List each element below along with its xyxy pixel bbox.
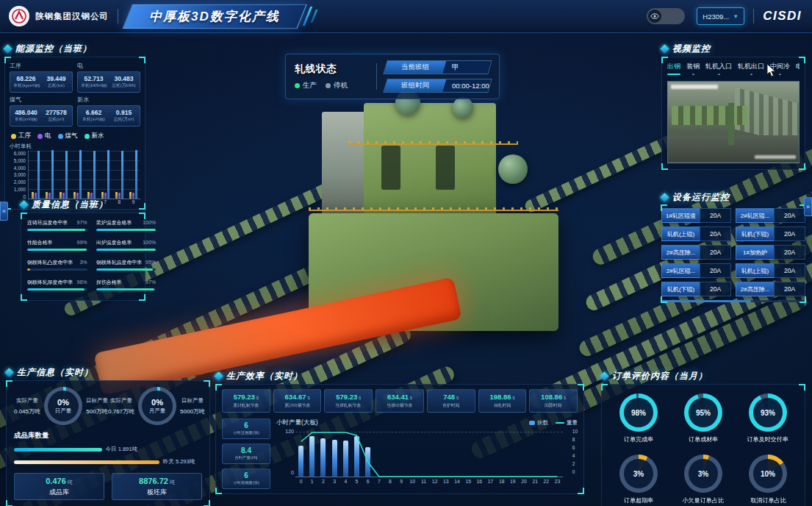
video-tab-4[interactable]: 轧机出口 bbox=[738, 62, 764, 75]
bar bbox=[118, 193, 121, 199]
legend-dot-icon bbox=[58, 134, 63, 139]
energy-metric: 0.915总耗(万m³) bbox=[109, 109, 138, 123]
equipment-cell: 轧机(下辊)20A bbox=[661, 282, 731, 296]
brand-logo: CISDI bbox=[763, 9, 802, 24]
right-tick-label: 0 bbox=[572, 469, 578, 474]
quality-item-label: 装炉温度合格率 bbox=[96, 219, 132, 226]
x-tick-label: 7 bbox=[373, 479, 384, 484]
video-feed[interactable] bbox=[667, 81, 800, 163]
efficiency-card: 108.86 s间隙时间 bbox=[529, 389, 578, 413]
chart-legend-item[interactable]: 块数 bbox=[529, 419, 548, 427]
order-gauge-value: 95% bbox=[689, 398, 718, 427]
equipment-name: 2#轧区辊... bbox=[736, 208, 774, 223]
actual-label: 实际产量 bbox=[108, 397, 134, 405]
collapse-left-handle[interactable]: « bbox=[0, 202, 8, 221]
corner-bracket bbox=[800, 296, 806, 303]
panel-diamond-icon bbox=[19, 200, 29, 210]
actual-output: 实际产量0.045万吨 bbox=[14, 397, 40, 416]
quality-progress-track bbox=[27, 288, 87, 291]
video-tab-2[interactable]: 装钢 bbox=[686, 62, 700, 75]
chart-legend-item[interactable]: 重量 bbox=[556, 419, 578, 427]
x-tick-label: 22 bbox=[541, 479, 552, 484]
energy-metric-card: 52.713单耗(kWh/t钢)30.483总耗(万kWh) bbox=[77, 71, 140, 93]
bar bbox=[93, 151, 96, 199]
video-camera-label-overlay bbox=[755, 155, 796, 159]
corner-bracket bbox=[204, 500, 210, 506]
equipment-cell: 轧机(下辊)20A bbox=[736, 227, 805, 241]
equipment-name: 2#高压除... bbox=[736, 282, 774, 296]
tab-indicator bbox=[796, 74, 800, 75]
chart-legend-item[interactable]: 新水 bbox=[85, 132, 104, 140]
quality-item: 连铸坯温度命中率97% bbox=[27, 219, 87, 231]
collapse-right-handle[interactable]: » bbox=[804, 197, 812, 216]
metric-value: 0.915 bbox=[109, 109, 138, 116]
corner-bracket bbox=[21, 294, 27, 301]
quality-item-value: 96% bbox=[77, 279, 87, 285]
right-tick-label: 2 bbox=[572, 461, 578, 466]
panel-diamond-icon bbox=[4, 368, 14, 377]
efficiency-value: 579.23 s bbox=[223, 393, 269, 401]
bar-group bbox=[71, 151, 85, 199]
tab-indicator bbox=[738, 74, 764, 75]
bar bbox=[132, 193, 134, 199]
legend-label: 块数 bbox=[537, 419, 548, 427]
visibility-toggle[interactable] bbox=[647, 8, 685, 24]
video-tab-6[interactable]: 电加热 bbox=[796, 62, 800, 75]
equipment-current-value: 20A bbox=[774, 282, 805, 296]
emblem-icon bbox=[12, 9, 26, 24]
corner-bracket bbox=[21, 213, 27, 219]
decorative-slash bbox=[310, 10, 317, 23]
bar bbox=[51, 150, 54, 199]
x-tick-label: 1 bbox=[306, 479, 317, 484]
equipment-cell: 1#轧区辊道20A bbox=[661, 208, 731, 223]
mill-railing bbox=[349, 141, 518, 145]
corner-bracket bbox=[6, 500, 12, 506]
chart-legend-item[interactable]: 煤气 bbox=[58, 132, 78, 140]
warehouse-unit: 吨 bbox=[68, 480, 73, 485]
x-tick-label: 4 bbox=[340, 479, 351, 484]
panel-diamond-icon bbox=[660, 44, 669, 54]
quality-panel-title: 质量信息（当班） bbox=[32, 199, 108, 211]
dashboard-root: 陕钢集团汉钢公司 中厚板3D数字化产线 H2309... ▼ CISDI 轧线状… bbox=[0, 0, 812, 506]
efficiency-value: 108.86 s bbox=[531, 393, 576, 401]
energy-metric: 6.662单耗(m³/t钢) bbox=[79, 109, 108, 123]
order-gauge: 95%订单成材率 bbox=[684, 393, 722, 444]
chart-legend-item[interactable]: 工序 bbox=[11, 132, 31, 140]
video-tab-5[interactable]: 中间冷 bbox=[770, 62, 790, 75]
quality-item-value: 97% bbox=[145, 279, 156, 285]
equipment-scrollbar-thumb[interactable] bbox=[661, 300, 751, 302]
efficiency-side-card: 6小时装钢量(块) bbox=[222, 468, 270, 489]
chart-legend-item[interactable]: 电 bbox=[37, 132, 51, 140]
stock-bars: 今日 1.891吨昨天 5.293吨 bbox=[14, 446, 202, 466]
efficiency-value: 634.67 s bbox=[275, 393, 320, 401]
bar bbox=[107, 150, 109, 199]
line-status-title: 轧线状态 bbox=[295, 63, 367, 76]
x-tick-label: 21 bbox=[530, 479, 541, 484]
equipment-cell: 轧机(上辊)20A bbox=[661, 227, 731, 241]
efficiency-card: 579.23 s当班轧制节奏 bbox=[324, 389, 373, 413]
efficiency-value: 634.41 s bbox=[377, 393, 423, 401]
legend-label: 重量 bbox=[567, 419, 578, 427]
quality-item-label: 连铸坯温度命中率 bbox=[27, 219, 68, 226]
video-tab-3[interactable]: 轧机入口 bbox=[705, 62, 732, 75]
x-tick-label: 3 bbox=[329, 479, 340, 484]
quality-item-label: 出炉温度合格率 bbox=[96, 239, 132, 246]
hourly-output-chart: 小时产量(大板) 块数重量 120 0 1086420 012345678910… bbox=[276, 418, 578, 489]
corner-bracket bbox=[139, 294, 145, 301]
video-tab-1[interactable]: 出钢 bbox=[667, 62, 680, 75]
quality-progress-track bbox=[96, 268, 157, 271]
quality-items-grid: 连铸坯温度命中率97%装炉温度合格率100%性能合格率99%出炉温度合格率100… bbox=[27, 219, 139, 299]
production-gauge-cluster: 实际产量0.045万吨0%日产量目标产量500万吨 bbox=[14, 387, 108, 425]
right-tick-label: 4 bbox=[572, 453, 578, 458]
order-gauge-value: 3% bbox=[689, 459, 718, 488]
y-tick-label: 4,000 bbox=[10, 165, 26, 171]
device-dropdown[interactable]: H2309... ▼ bbox=[697, 7, 744, 25]
line-status-panel: 轧线状态 生产停机 当前班组甲班组时间00:00-12:00 bbox=[285, 54, 500, 99]
page-title: 中厚板3D数字化产线 bbox=[149, 8, 280, 25]
equipment-row: 2#高压除...20A1#加热炉20A bbox=[661, 245, 805, 260]
quality-item-value: 3% bbox=[79, 260, 87, 265]
order-gauge-value: 10% bbox=[753, 459, 783, 488]
energy-chart-title: 小时单耗 bbox=[10, 143, 140, 150]
warehouse-card: 0.476吨成品库 bbox=[14, 473, 104, 500]
corner-bracket bbox=[799, 57, 805, 63]
